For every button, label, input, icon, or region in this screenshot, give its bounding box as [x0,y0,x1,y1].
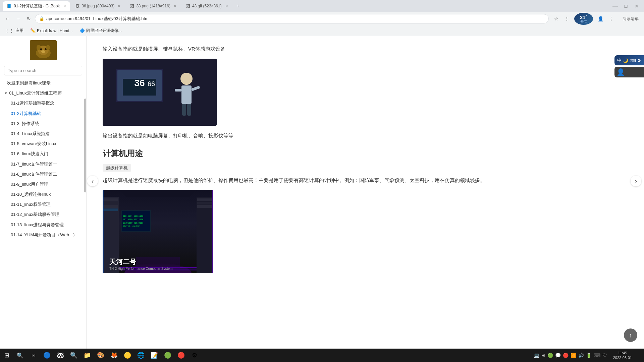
sidebar-item-01-10[interactable]: 01-10_远程连接linux [0,189,86,199]
content-area[interactable]: 输入设备指的就是触摸屏、键盘鼠标、VR体感游戏设备 36 66 [87,36,644,349]
sidebar-item-01-3[interactable]: 01-3_操作系统 [0,119,86,129]
sidebar-item-01-6[interactable]: 01-6_linux快速入门 [0,149,86,159]
refresh-button[interactable]: ↻ [24,14,34,23]
sidebar-item-01-14-label: 01-14_YUM与开源项目（Web...） [11,232,77,238]
svg-rect-37 [197,198,212,201]
taskbar-app-1[interactable]: 🔵 [40,349,54,362]
tray-network-icon[interactable]: 📶 [571,353,576,358]
taskbar-app-2[interactable]: 🐼 [54,349,67,362]
taskbar-app-10[interactable]: 🟢 [161,349,174,362]
tab-close-1[interactable]: ✕ [63,4,66,8]
sidebar-scrollbar-thumb[interactable] [84,99,86,192]
svg-point-5 [41,50,45,53]
bookmark-apps[interactable]: ⋮⋮ 应用 [3,27,25,34]
sidebar-section-linux[interactable]: ▼ 01_Linux云计算运维工程师 [0,88,86,98]
tray-icon-2[interactable]: ⊞ [541,353,545,358]
user-profile-button[interactable]: 👤 [596,14,605,23]
taskbar-app-12[interactable]: ⚙ [188,349,201,362]
svg-rect-28 [103,208,118,211]
bookmark-excalidraw[interactable]: ✏️ Excalidraw | Hand... [28,27,75,34]
bookmark-apps-label: 应用 [15,28,23,34]
address-bar[interactable]: 🔓 apecome.com:9494/01_Linux基础/03计算机基础.ht… [35,14,549,23]
sidebar-item-welcome[interactable]: 欢迎来到超哥linux课堂 [0,78,86,88]
tray-security-icon[interactable]: 🛡 [602,353,607,358]
tab-favicon-4: 🖼 [186,4,190,8]
svg-text:11110000 00111100: 11110000 00111100 [123,218,144,221]
new-tab-button[interactable]: + [233,1,243,11]
section-toggle-icon: ▼ [4,91,8,96]
bookmark-alibaba-label: 阿里巴巴开源镜像... [86,28,122,34]
taskbar-search-button[interactable]: 🔍 [13,349,27,362]
sidebar-item-01-6-label: 01-6_linux快速入门 [11,151,48,157]
nav-arrow-left[interactable]: ‹ [87,176,98,186]
taskbar-clock[interactable]: 11:45 2022-03-01 [610,351,635,360]
window-close[interactable]: ✕ [632,1,641,11]
svg-point-14 [180,73,193,85]
sidebar-item-01-2[interactable]: 01-2计算机基础 [0,109,86,119]
scroll-to-top-button[interactable]: ↑ [624,328,637,342]
extensions-button[interactable]: ⋮ [562,14,572,23]
taskbar-task-view[interactable]: ⊡ [27,349,40,362]
tab-36jpeg[interactable]: 🖼 36.jpeg (800×403) ✕ [71,1,125,11]
sidebar-scrollbar[interactable] [84,36,86,349]
vr-image-container: 36 66 [103,59,628,126]
svg-rect-38 [197,202,212,204]
taskbar-app-5[interactable]: 🎨 [94,349,107,362]
tab-close-2[interactable]: ✕ [118,4,121,8]
svg-text:STATUS: ONLINE: STATUS: ONLINE [123,225,140,227]
sidebar-item-01-9[interactable]: 01-9_linux用户管理 [0,179,86,189]
taskbar-app-9[interactable]: 📝 [148,349,161,362]
taskbar-app-4[interactable]: 📁 [80,349,94,362]
tray-battery-icon[interactable]: 🔋 [586,353,592,358]
tab-close-4[interactable]: ✕ [225,4,228,8]
sidebar-item-01-1-label: 01-1运维基础重要概念 [11,100,54,106]
output-devices-text: 输出设备指的就是如电脑屏幕、打印机、音响、投影仪等等 [103,131,628,140]
window-minimize[interactable]: — [610,1,620,11]
taskbar-app-6[interactable]: 🦊 [107,349,121,362]
tray-icon-5[interactable]: 🔴 [563,353,569,358]
system-tray: 💻 ⊞ 🟢 💬 🔴 📶 🔊 🔋 ⌨ 🛡 [530,353,610,358]
sidebar-item-01-1[interactable]: 01-1运维基础重要概念 [0,98,86,108]
taskbar-app-7[interactable]: 🟡 [121,349,134,362]
apps-grid-icon: ⋮⋮ [5,28,14,34]
tab-gitbook[interactable]: 📘 01-2计算机基础 - GitBook ✕ [3,1,70,11]
supercomputer-tag: 超级计算机 [103,164,131,172]
window-maximize[interactable]: □ [621,1,631,11]
taskbar-app-11[interactable]: 🔴 [174,349,188,362]
sidebar-item-01-4[interactable]: 01-4_Linux系统搭建 [0,129,86,139]
tray-keyboard-icon[interactable]: ⌨ [594,353,600,358]
sidebar-item-01-12[interactable]: 01-12_linux基础服务管理 [0,209,86,220]
bookmark-alibaba[interactable]: 🔷 阿里巴巴开源镜像... [77,27,124,34]
taskbar-app-3[interactable]: 🔍 [67,349,80,362]
avatar-panel[interactable]: 👤 [614,67,644,77]
back-button[interactable]: ← [3,14,12,23]
start-button[interactable]: ⊞ [0,349,13,362]
sidebar-item-01-7[interactable]: 01-7_linux文件管理篇一 [0,159,86,169]
tab-43gif[interactable]: 🖼 43.gif (523×361) ✕ [182,1,232,11]
tray-sound-icon[interactable]: 🔊 [578,353,584,358]
sidebar-item-01-9-label: 01-9_linux用户管理 [11,181,48,187]
menu-button[interactable]: ⋮ [606,14,616,23]
taskbar-app-8[interactable]: 🌐 [134,349,148,362]
nav-arrow-right[interactable]: › [631,176,641,186]
tab-close-3[interactable]: ✕ [174,4,177,8]
sidebar-item-01-14[interactable]: 01-14_YUM与开源项目（Web...） [0,230,86,240]
sidebar-item-01-8[interactable]: 01-8_linux文件管理篇二 [0,169,86,179]
taskbar-time: 11:45 [618,351,627,355]
tab-38png[interactable]: 🖼 38.png (1418×916) ✕ [126,1,181,11]
overlay-widget[interactable]: 中 🌙 ⌨ ⚙ [614,55,644,65]
sidebar-item-01-8-label: 01-8_linux文件管理篇二 [11,171,57,177]
tray-icon-4[interactable]: 💬 [555,353,561,358]
taskbar: ⊞ 🔍 ⊡ 🔵 🐼 🔍 📁 🎨 🦊 🟡 🌐 📝 🟢 🔴 ⚙ 💻 ⊞ 🟢 💬 🔴 … [0,349,644,362]
tray-icon-1[interactable]: 💻 [534,353,539,358]
tray-icon-3[interactable]: 🟢 [547,353,553,358]
bookmark-star-button[interactable]: ☆ [551,14,561,23]
forward-button[interactable]: → [13,14,23,23]
search-input[interactable] [4,66,82,75]
sidebar-item-01-11[interactable]: 01-11_linux权限管理 [0,199,86,209]
show-desktop-button[interactable] [635,349,644,362]
sidebar-item-01-5[interactable]: 01-5_vmware安装Linux [0,139,86,149]
reading-mode-button[interactable]: 阅读清单 [620,14,641,23]
sidebar-item-01-13[interactable]: 01-13_linux进程与资源管理 [0,220,86,230]
address-text: apecome.com:9494/01_Linux基础/03计算机基础.html [46,16,544,22]
